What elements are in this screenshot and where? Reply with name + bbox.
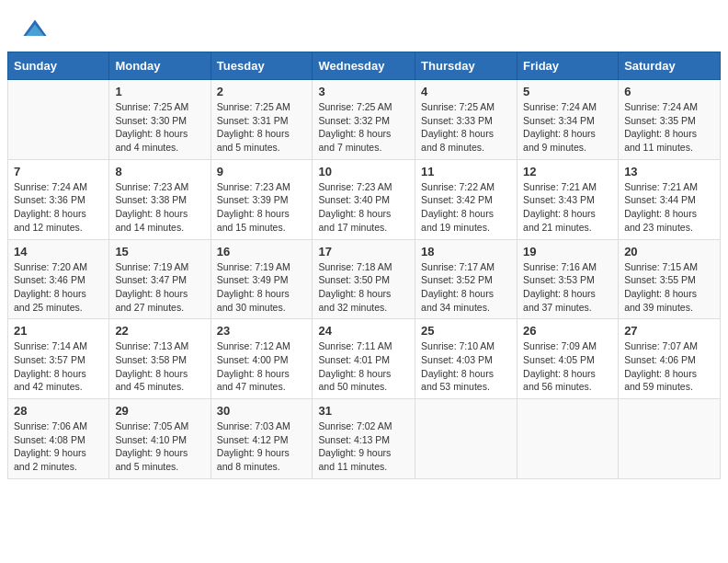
day-info: Sunrise: 7:11 AMSunset: 4:01 PMDaylight:…: [318, 339, 409, 394]
day-header-saturday: Saturday: [619, 52, 721, 80]
day-number: 28: [14, 404, 103, 418]
day-number: 5: [523, 85, 612, 98]
day-header-tuesday: Tuesday: [210, 52, 313, 80]
logo-icon: [22, 17, 48, 42]
day-number: 16: [217, 245, 307, 259]
calendar-cell: 29Sunrise: 7:05 AMSunset: 4:10 PMDayligh…: [109, 399, 210, 479]
day-info: Sunrise: 7:09 AMSunset: 4:05 PMDaylight:…: [523, 339, 612, 394]
calendar-cell: 17Sunrise: 7:18 AMSunset: 3:50 PMDayligh…: [313, 239, 415, 319]
day-number: 18: [421, 245, 511, 259]
calendar-header-row: SundayMondayTuesdayWednesdayThursdayFrid…: [8, 52, 721, 80]
day-number: 7: [14, 165, 103, 178]
day-number: 4: [421, 85, 511, 98]
day-number: 20: [624, 245, 714, 259]
calendar-week-row: 21Sunrise: 7:14 AMSunset: 3:57 PMDayligh…: [8, 319, 721, 399]
day-number: 29: [115, 404, 204, 418]
day-info: Sunrise: 7:23 AMSunset: 3:40 PMDaylight:…: [318, 180, 409, 235]
day-info: Sunrise: 7:05 AMSunset: 4:10 PMDaylight:…: [115, 419, 204, 474]
calendar-cell: 6Sunrise: 7:24 AMSunset: 3:35 PMDaylight…: [619, 80, 721, 160]
day-number: 26: [523, 324, 612, 338]
calendar-cell: 11Sunrise: 7:22 AMSunset: 3:42 PMDayligh…: [415, 159, 518, 239]
day-number: 15: [115, 245, 204, 259]
day-number: 22: [115, 324, 204, 338]
calendar-cell: 4Sunrise: 7:25 AMSunset: 3:33 PMDaylight…: [415, 80, 518, 160]
calendar-cell: 9Sunrise: 7:23 AMSunset: 3:39 PMDaylight…: [210, 159, 313, 239]
day-info: Sunrise: 7:13 AMSunset: 3:58 PMDaylight:…: [115, 339, 204, 394]
logo: [22, 17, 51, 42]
calendar-cell: 25Sunrise: 7:10 AMSunset: 4:03 PMDayligh…: [415, 319, 518, 399]
calendar-week-row: 1Sunrise: 7:25 AMSunset: 3:30 PMDaylight…: [8, 80, 721, 160]
calendar-cell: 10Sunrise: 7:23 AMSunset: 3:40 PMDayligh…: [313, 159, 415, 239]
day-number: 30: [217, 404, 307, 418]
day-info: Sunrise: 7:02 AMSunset: 4:13 PMDaylight:…: [318, 419, 409, 474]
day-number: 17: [318, 245, 409, 259]
day-number: 3: [318, 85, 409, 98]
day-number: 11: [421, 165, 511, 178]
calendar-cell: 2Sunrise: 7:25 AMSunset: 3:31 PMDaylight…: [210, 80, 313, 160]
day-info: Sunrise: 7:22 AMSunset: 3:42 PMDaylight:…: [421, 180, 511, 235]
day-info: Sunrise: 7:18 AMSunset: 3:50 PMDaylight:…: [318, 260, 409, 315]
day-info: Sunrise: 7:15 AMSunset: 3:55 PMDaylight:…: [624, 260, 714, 315]
day-number: 19: [523, 245, 612, 259]
day-info: Sunrise: 7:24 AMSunset: 3:35 PMDaylight:…: [624, 100, 714, 155]
calendar-week-row: 28Sunrise: 7:06 AMSunset: 4:08 PMDayligh…: [8, 399, 721, 479]
calendar-cell: [8, 80, 109, 160]
day-number: 10: [318, 165, 409, 178]
calendar-cell: 16Sunrise: 7:19 AMSunset: 3:49 PMDayligh…: [210, 239, 313, 319]
day-info: Sunrise: 7:19 AMSunset: 3:49 PMDaylight:…: [217, 260, 307, 315]
day-number: 13: [624, 165, 714, 178]
day-number: 24: [318, 324, 409, 338]
day-number: 1: [115, 85, 204, 98]
calendar-cell: 1Sunrise: 7:25 AMSunset: 3:30 PMDaylight…: [109, 80, 210, 160]
day-info: Sunrise: 7:25 AMSunset: 3:32 PMDaylight:…: [318, 100, 409, 155]
calendar-cell: 28Sunrise: 7:06 AMSunset: 4:08 PMDayligh…: [8, 399, 109, 479]
day-info: Sunrise: 7:23 AMSunset: 3:38 PMDaylight:…: [115, 180, 204, 235]
day-info: Sunrise: 7:23 AMSunset: 3:39 PMDaylight:…: [217, 180, 307, 235]
day-number: 9: [217, 165, 307, 178]
day-info: Sunrise: 7:20 AMSunset: 3:46 PMDaylight:…: [14, 260, 103, 315]
day-header-friday: Friday: [518, 52, 619, 80]
day-number: 25: [421, 324, 511, 338]
calendar-cell: 13Sunrise: 7:21 AMSunset: 3:44 PMDayligh…: [619, 159, 721, 239]
day-header-monday: Monday: [109, 52, 210, 80]
calendar-cell: 5Sunrise: 7:24 AMSunset: 3:34 PMDaylight…: [518, 80, 619, 160]
day-number: 12: [523, 165, 612, 178]
calendar-cell: 18Sunrise: 7:17 AMSunset: 3:52 PMDayligh…: [415, 239, 518, 319]
calendar-cell: 21Sunrise: 7:14 AMSunset: 3:57 PMDayligh…: [8, 319, 109, 399]
calendar-cell: 8Sunrise: 7:23 AMSunset: 3:38 PMDaylight…: [109, 159, 210, 239]
calendar-cell: 12Sunrise: 7:21 AMSunset: 3:43 PMDayligh…: [518, 159, 619, 239]
day-info: Sunrise: 7:07 AMSunset: 4:06 PMDaylight:…: [624, 339, 714, 394]
day-info: Sunrise: 7:03 AMSunset: 4:12 PMDaylight:…: [217, 419, 307, 474]
calendar-week-row: 14Sunrise: 7:20 AMSunset: 3:46 PMDayligh…: [8, 239, 721, 319]
calendar-cell: 22Sunrise: 7:13 AMSunset: 3:58 PMDayligh…: [109, 319, 210, 399]
day-info: Sunrise: 7:14 AMSunset: 3:57 PMDaylight:…: [14, 339, 103, 394]
calendar-cell: 14Sunrise: 7:20 AMSunset: 3:46 PMDayligh…: [8, 239, 109, 319]
day-number: 14: [14, 245, 103, 259]
day-header-wednesday: Wednesday: [313, 52, 415, 80]
calendar-cell: 19Sunrise: 7:16 AMSunset: 3:53 PMDayligh…: [518, 239, 619, 319]
day-info: Sunrise: 7:21 AMSunset: 3:44 PMDaylight:…: [624, 180, 714, 235]
day-info: Sunrise: 7:17 AMSunset: 3:52 PMDaylight:…: [421, 260, 511, 315]
day-info: Sunrise: 7:10 AMSunset: 4:03 PMDaylight:…: [421, 339, 511, 394]
day-info: Sunrise: 7:25 AMSunset: 3:31 PMDaylight:…: [217, 100, 307, 155]
day-header-sunday: Sunday: [8, 52, 109, 80]
day-info: Sunrise: 7:12 AMSunset: 4:00 PMDaylight:…: [217, 339, 307, 394]
calendar-cell: 23Sunrise: 7:12 AMSunset: 4:00 PMDayligh…: [210, 319, 313, 399]
day-number: 27: [624, 324, 714, 338]
calendar-week-row: 7Sunrise: 7:24 AMSunset: 3:36 PMDaylight…: [8, 159, 721, 239]
page-header: [0, 0, 728, 52]
day-info: Sunrise: 7:24 AMSunset: 3:34 PMDaylight:…: [523, 100, 612, 155]
day-number: 31: [318, 404, 409, 418]
calendar-cell: 3Sunrise: 7:25 AMSunset: 3:32 PMDaylight…: [313, 80, 415, 160]
calendar-cell: 31Sunrise: 7:02 AMSunset: 4:13 PMDayligh…: [313, 399, 415, 479]
day-number: 2: [217, 85, 307, 98]
calendar-cell: 15Sunrise: 7:19 AMSunset: 3:47 PMDayligh…: [109, 239, 210, 319]
calendar-cell: 30Sunrise: 7:03 AMSunset: 4:12 PMDayligh…: [210, 399, 313, 479]
calendar-cell: 7Sunrise: 7:24 AMSunset: 3:36 PMDaylight…: [8, 159, 109, 239]
calendar-cell: 20Sunrise: 7:15 AMSunset: 3:55 PMDayligh…: [619, 239, 721, 319]
day-info: Sunrise: 7:16 AMSunset: 3:53 PMDaylight:…: [523, 260, 612, 315]
calendar-cell: 27Sunrise: 7:07 AMSunset: 4:06 PMDayligh…: [619, 319, 721, 399]
day-header-thursday: Thursday: [415, 52, 518, 80]
calendar-cell: 24Sunrise: 7:11 AMSunset: 4:01 PMDayligh…: [313, 319, 415, 399]
day-info: Sunrise: 7:06 AMSunset: 4:08 PMDaylight:…: [14, 419, 103, 474]
